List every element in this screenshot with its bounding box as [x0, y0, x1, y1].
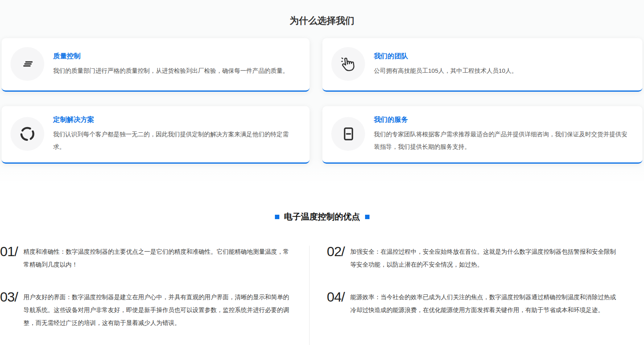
advantages-title-text: 电子温度控制的优点	[284, 211, 360, 222]
feature-cards-grid: 质量控制 我们的质量部门进行严格的质量控制，从进货检验到出厂检验，确保每一件产品…	[2, 38, 642, 164]
title-square-left-icon	[275, 215, 279, 219]
device-minus-icon	[331, 117, 365, 151]
title-square-right-icon	[365, 215, 369, 219]
advantages-section: 电子温度控制的优点 01/ 精度和准确性：数字温度控制器的主要优点之一是它们的精…	[0, 184, 644, 345]
segmented-circle-icon	[10, 117, 44, 151]
card-desc: 我们认识到每个客户都是独一无二的，因此我们提供定制的解决方案来满足他们的特定需求…	[53, 128, 299, 153]
why-section-title: 为什么选择我们	[2, 14, 642, 27]
feature-card-custom-solutions[interactable]: 定制解决方案 我们认识到每个客户都是独一无二的，因此我们提供定制的解决方案来满足…	[2, 106, 310, 164]
advantage-number: 04/	[327, 290, 345, 304]
feature-card-our-team[interactable]: 我们的团队 公司拥有高技能员工105人，其中工程技术人员10人。	[322, 38, 642, 92]
advantage-text: 用户友好的界面：数字温度控制器是建立在用户心中，并具有直观的用户界面，清晰的显示…	[23, 290, 291, 329]
feature-card-our-services[interactable]: 我们的服务 我们的专家团队将根据客户需求推荐最适合的产品并提供详细咨询，我们保证…	[322, 106, 642, 164]
card-desc: 公司拥有高技能员工105人，其中工程技术人员10人。	[374, 64, 518, 77]
card-title: 我们的服务	[374, 115, 632, 124]
advantage-number: 01/	[0, 244, 18, 259]
advantage-number: 02/	[327, 244, 345, 259]
feature-card-quality-control[interactable]: 质量控制 我们的质量部门进行严格的质量控制，从进货检验到出厂检验，确保每一件产品…	[2, 38, 310, 92]
hand-click-icon	[331, 47, 365, 81]
why-choose-us-section: 为什么选择我们 质量控制 我们的质量部门进行严格的质量控制，从进货检验到出厂检验…	[0, 0, 644, 184]
advantage-item-2: 02/ 加强安全：在温控过程中，安全应始终放在首位。这就是为什么数字温度控制器包…	[327, 244, 618, 271]
advantage-item-4: 04/ 能源效率：当今社会的效率已成为人们关注的焦点，数字温度控制器通过精确控制…	[327, 290, 618, 329]
card-title: 定制解决方案	[53, 115, 299, 124]
advantages-grid: 01/ 精度和准确性：数字温度控制器的主要优点之一是它们的精度和准确性。它们能精…	[0, 244, 644, 345]
card-title: 质量控制	[53, 51, 289, 61]
staggered-lines-icon	[10, 47, 44, 81]
advantage-text: 能源效率：当今社会的效率已成为人们关注的焦点，数字温度控制器通过精确控制温度和消…	[350, 290, 618, 316]
advantage-text: 精度和准确性：数字温度控制器的主要优点之一是它们的精度和准确性。它们能精确地测量…	[23, 244, 291, 271]
advantage-number: 03/	[0, 290, 18, 304]
advantage-item-3: 03/ 用户友好的界面：数字温度控制器是建立在用户心中，并具有直观的用户界面，清…	[0, 290, 291, 329]
advantage-item-1: 01/ 精度和准确性：数字温度控制器的主要优点之一是它们的精度和准确性。它们能精…	[0, 244, 291, 271]
card-title: 我们的团队	[374, 51, 518, 61]
advantage-text: 加强安全：在温控过程中，安全应始终放在首位。这就是为什么数字温度控制器包括警报和…	[350, 244, 618, 271]
advantages-title: 电子温度控制的优点	[0, 211, 644, 222]
card-desc: 我们的专家团队将根据客户需求推荐最适合的产品并提供详细咨询，我们保证及时交货并提…	[374, 128, 632, 153]
card-desc: 我们的质量部门进行严格的质量控制，从进货检验到出厂检验，确保每一件产品的质量。	[53, 64, 289, 77]
